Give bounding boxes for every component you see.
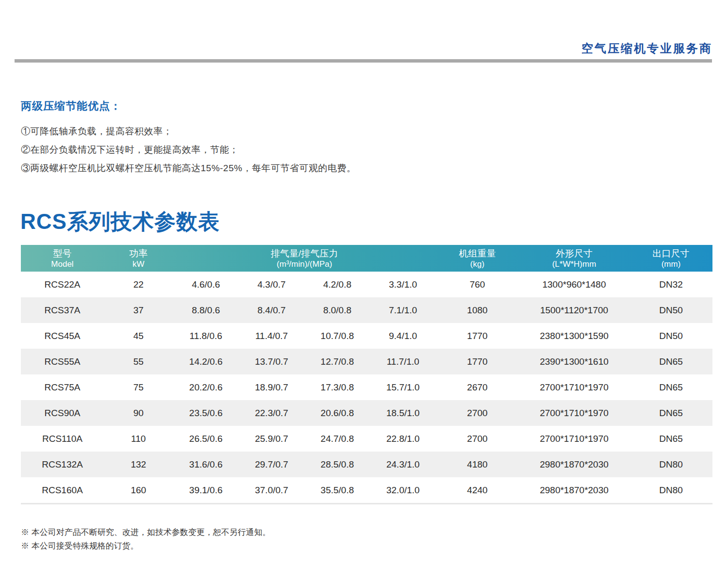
col-header-dimensions-unit: (L*W*H)mm <box>519 259 629 269</box>
cell-model: RCS90A <box>21 400 104 426</box>
table-row: RCS75A7520.2/0.618.9/0.717.3/0.815.7/1.0… <box>21 374 712 400</box>
table-row: RCS132A13231.6/0.629.7/0.728.5/0.824.3/1… <box>21 452 712 477</box>
advantage-item: ①可降低轴承负载，提高容积效率； <box>21 125 172 138</box>
cell-d4: 15.7/1.0 <box>370 374 436 400</box>
cell-d4: 18.5/1.0 <box>370 400 436 426</box>
cell-d2: 29.7/0.7 <box>239 452 304 477</box>
cell-d1: 26.5/0.6 <box>173 426 239 452</box>
cell-model: RCS160A <box>21 477 104 504</box>
cell-weight: 1080 <box>436 297 519 323</box>
cell-power: 132 <box>104 452 173 477</box>
col-header-outlet: 出口尺寸 (mm) <box>629 245 712 272</box>
col-header-outlet-unit: (mm) <box>629 259 712 269</box>
table-row: RCS55A5514.2/0.613.7/0.712.7/0.811.7/1.0… <box>21 349 712 374</box>
cell-d3: 20.6/0.8 <box>304 400 370 426</box>
cell-model: RCS45A <box>21 323 104 349</box>
cell-d1: 23.5/0.6 <box>173 400 239 426</box>
cell-d2: 11.4/0.7 <box>239 323 304 349</box>
cell-d3: 4.2/0.8 <box>304 272 370 297</box>
table-row: RCS160A16039.1/0.637.0/0.735.5/0.832.0/1… <box>21 477 712 504</box>
advantage-item: ③两级螺杆空压机比双螺杆空压机节能高达15%-25%，每年可节省可观的电费。 <box>21 162 356 175</box>
col-header-discharge: 排气量/排气压力 (m³/min)/(MPa) <box>173 245 436 272</box>
table-row: RCS45A4511.8/0.611.4/0.710.7/0.89.4/1.01… <box>21 323 712 349</box>
col-header-outlet-zh: 出口尺寸 <box>629 248 712 259</box>
cell-model: RCS110A <box>21 426 104 452</box>
cell-dims: 2700*1710*1970 <box>519 426 629 452</box>
cell-dims: 2700*1710*1970 <box>519 400 629 426</box>
cell-power: 22 <box>104 272 173 297</box>
cell-d2: 22.3/0.7 <box>239 400 304 426</box>
cell-power: 110 <box>104 426 173 452</box>
cell-dims: 2380*1300*1590 <box>519 323 629 349</box>
col-header-weight-unit: (kg) <box>436 259 519 269</box>
cell-dims: 1300*960*1480 <box>519 272 629 297</box>
cell-d1: 39.1/0.6 <box>173 477 239 504</box>
cell-d1: 8.8/0.6 <box>173 297 239 323</box>
cell-weight: 2700 <box>436 400 519 426</box>
footnote: ※ 本公司对产品不断研究、改进，如技术参数变更，恕不另行通知。 <box>21 527 271 538</box>
cell-d2: 4.3/0.7 <box>239 272 304 297</box>
cell-model: RCS37A <box>21 297 104 323</box>
cell-weight: 1770 <box>436 323 519 349</box>
advantages-title: 两级压缩节能优点： <box>21 99 121 113</box>
cell-outlet: DN65 <box>629 374 712 400</box>
table-row: RCS37A378.8/0.68.4/0.78.0/0.87.1/1.01080… <box>21 297 712 323</box>
cell-d1: 14.2/0.6 <box>173 349 239 374</box>
table-row: RCS22A224.6/0.64.3/0.74.2/0.83.3/1.07601… <box>21 272 712 297</box>
cell-outlet: DN80 <box>629 477 712 504</box>
cell-d3: 35.5/0.8 <box>304 477 370 504</box>
cell-power: 45 <box>104 323 173 349</box>
cell-d1: 20.2/0.6 <box>173 374 239 400</box>
cell-outlet: DN50 <box>629 323 712 349</box>
header-divider <box>15 59 712 63</box>
footnote: ※ 本公司接受特殊规格的订货。 <box>21 540 139 551</box>
cell-dims: 2980*1870*2030 <box>519 477 629 504</box>
col-header-dimensions-zh: 外形尺寸 <box>519 248 629 259</box>
cell-dims: 2980*1870*2030 <box>519 452 629 477</box>
table-header: 型号 Model 功率 kW 排气量/排气压力 (m³/min)/(MPa) 机… <box>21 245 712 272</box>
cell-d3: 28.5/0.8 <box>304 452 370 477</box>
cell-weight: 2700 <box>436 426 519 452</box>
col-header-model-en: Model <box>21 259 104 269</box>
cell-model: RCS75A <box>21 374 104 400</box>
cell-d3: 17.3/0.8 <box>304 374 370 400</box>
cell-d3: 24.7/0.8 <box>304 426 370 452</box>
col-header-power-zh: 功率 <box>104 248 173 259</box>
cell-outlet: DN32 <box>629 272 712 297</box>
cell-model: RCS22A <box>21 272 104 297</box>
cell-weight: 4240 <box>436 477 519 504</box>
cell-d2: 18.9/0.7 <box>239 374 304 400</box>
cell-dims: 2390*1300*1610 <box>519 349 629 374</box>
cell-weight: 760 <box>436 272 519 297</box>
cell-d1: 31.6/0.6 <box>173 452 239 477</box>
cell-d3: 10.7/0.8 <box>304 323 370 349</box>
col-header-power: 功率 kW <box>104 245 173 272</box>
cell-d2: 37.0/0.7 <box>239 477 304 504</box>
cell-d1: 11.8/0.6 <box>173 323 239 349</box>
cell-d3: 8.0/0.8 <box>304 297 370 323</box>
col-header-power-unit: kW <box>104 259 173 269</box>
table-title: RCS系列技术参数表 <box>20 208 220 236</box>
cell-dims: 2700*1710*1970 <box>519 374 629 400</box>
cell-outlet: DN65 <box>629 400 712 426</box>
cell-d4: 22.8/1.0 <box>370 426 436 452</box>
cell-power: 37 <box>104 297 173 323</box>
spec-table: 型号 Model 功率 kW 排气量/排气压力 (m³/min)/(MPa) 机… <box>21 245 712 504</box>
col-header-discharge-zh: 排气量/排气压力 <box>173 248 436 259</box>
cell-weight: 1770 <box>436 349 519 374</box>
col-header-model: 型号 Model <box>21 245 104 272</box>
cell-d4: 7.1/1.0 <box>370 297 436 323</box>
cell-model: RCS55A <box>21 349 104 374</box>
cell-d2: 8.4/0.7 <box>239 297 304 323</box>
col-header-model-zh: 型号 <box>21 248 104 259</box>
col-header-weight: 机组重量 (kg) <box>436 245 519 272</box>
cell-d2: 13.7/0.7 <box>239 349 304 374</box>
cell-d4: 3.3/1.0 <box>370 272 436 297</box>
cell-power: 160 <box>104 477 173 504</box>
table-row: RCS90A9023.5/0.622.3/0.720.6/0.818.5/1.0… <box>21 400 712 426</box>
table-row: RCS110A11026.5/0.625.9/0.724.7/0.822.8/1… <box>21 426 712 452</box>
cell-outlet: DN65 <box>629 349 712 374</box>
cell-weight: 2670 <box>436 374 519 400</box>
col-header-weight-zh: 机组重量 <box>436 248 519 259</box>
cell-weight: 4180 <box>436 452 519 477</box>
